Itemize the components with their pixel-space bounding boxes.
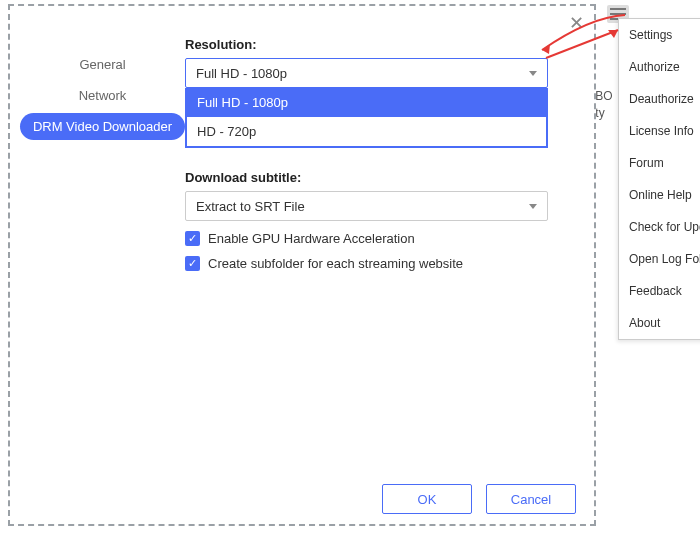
menu-item-settings[interactable]: Settings [619,19,700,51]
app-menu: Settings Authorize Deauthorize License I… [618,18,700,340]
dialog-footer: OK Cancel [382,484,576,514]
resolution-dropdown: Full HD - 1080p HD - 720p [185,88,548,148]
checkbox-checked-icon: ✓ [185,231,200,246]
resolution-label: Resolution: [185,37,565,52]
checkbox-checked-icon: ✓ [185,256,200,271]
resolution-select[interactable]: Full HD - 1080p [185,58,548,88]
chevron-down-icon [529,71,537,76]
svg-marker-1 [608,30,618,38]
ok-button[interactable]: OK [382,484,472,514]
settings-content: Resolution: Full HD - 1080p Full HD - 10… [185,31,565,271]
settings-dialog: ✕ General Network DRM Video Downloader R… [8,4,596,526]
gpu-checkbox-label: Enable GPU Hardware Acceleration [208,231,415,246]
subfolder-checkbox-label: Create subfolder for each streaming webs… [208,256,463,271]
sidebar-item-network[interactable]: Network [20,82,185,109]
menu-item-open-log[interactable]: Open Log Folder [619,243,700,275]
subtitle-selected-value: Extract to SRT File [196,199,305,214]
sidebar-item-general[interactable]: General [20,51,185,78]
chevron-down-icon [529,204,537,209]
menu-item-check-updates[interactable]: Check for Updates [619,211,700,243]
gpu-checkbox-row[interactable]: ✓ Enable GPU Hardware Acceleration [185,231,565,246]
subfolder-checkbox-row[interactable]: ✓ Create subfolder for each streaming we… [185,256,565,271]
subtitle-label: Download subtitle: [185,170,565,185]
settings-sidebar: General Network DRM Video Downloader [20,51,185,144]
close-button[interactable]: ✕ [569,12,584,34]
subtitle-select[interactable]: Extract to SRT File [185,191,548,221]
menu-item-deauthorize[interactable]: Deauthorize [619,83,700,115]
menu-item-license-info[interactable]: License Info [619,115,700,147]
menu-item-feedback[interactable]: Feedback [619,275,700,307]
sidebar-item-drm[interactable]: DRM Video Downloader [20,113,185,140]
cancel-button[interactable]: Cancel [486,484,576,514]
menu-item-authorize[interactable]: Authorize [619,51,700,83]
menu-item-forum[interactable]: Forum [619,147,700,179]
menu-item-about[interactable]: About [619,307,700,339]
resolution-option-1080p[interactable]: Full HD - 1080p [187,88,546,117]
menu-item-online-help[interactable]: Online Help [619,179,700,211]
resolution-selected-value: Full HD - 1080p [196,66,287,81]
resolution-option-720p[interactable]: HD - 720p [187,117,546,146]
